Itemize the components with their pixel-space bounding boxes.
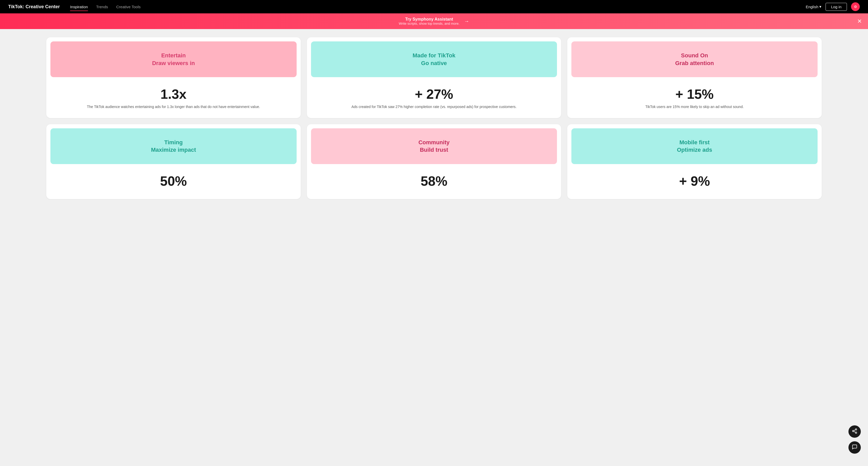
- login-button[interactable]: Log in: [826, 3, 847, 11]
- logo: TikTok: Creative Center: [8, 4, 60, 9]
- card-timing: TimingMaximize impact 50%: [46, 124, 301, 199]
- avatar[interactable]: ⚙: [851, 2, 860, 11]
- card-sound-title: Sound OnGrab attention: [675, 52, 714, 67]
- card-mobile-stat: + 9%: [567, 168, 822, 191]
- card-community-header: CommunityBuild trust: [311, 128, 557, 164]
- logo-rest: : Creative Center: [23, 4, 60, 9]
- svg-line-3: [854, 431, 856, 432]
- main-content: EntertainDraw viewers in 1.3x The TikTok…: [0, 29, 868, 466]
- nav-inspiration[interactable]: Inspiration: [70, 4, 88, 10]
- svg-line-4: [854, 430, 856, 431]
- fab-container: [848, 425, 861, 454]
- gear-icon: ⚙: [854, 5, 857, 9]
- banner-arrow-icon: →: [464, 18, 469, 24]
- chevron-down-icon: ▾: [819, 4, 822, 9]
- card-entertain: EntertainDraw viewers in 1.3x The TikTok…: [46, 37, 301, 118]
- card-community-title: CommunityBuild trust: [418, 138, 450, 154]
- nav-right: English ▾ Log in ⚙: [806, 2, 860, 11]
- promo-banner: Try Symphony Assistant Write scripts, sh…: [0, 13, 868, 29]
- card-sound-stat: + 15%: [567, 81, 822, 104]
- card-timing-stat: 50%: [46, 168, 301, 191]
- card-entertain-header: EntertainDraw viewers in: [51, 41, 297, 77]
- share-button[interactable]: [848, 425, 861, 438]
- card-community: CommunityBuild trust 58%: [307, 124, 561, 199]
- card-mobile-title: Mobile firstOptimize ads: [677, 138, 712, 154]
- card-sound-header: Sound OnGrab attention: [571, 41, 817, 77]
- card-sound: Sound OnGrab attention + 15% TikTok user…: [567, 37, 822, 118]
- card-entertain-desc: The TikTok audience watches entertaining…: [46, 104, 301, 110]
- chat-icon: [852, 444, 858, 451]
- language-selector[interactable]: English ▾: [806, 4, 822, 9]
- banner-subtitle: Write scripts, show top trends, and more…: [399, 22, 460, 26]
- card-community-stat: 58%: [307, 168, 561, 191]
- card-entertain-title: EntertainDraw viewers in: [152, 52, 195, 67]
- card-timing-header: TimingMaximize impact: [51, 128, 297, 164]
- card-native: Made for TikTokGo native + 27% Ads creat…: [307, 37, 561, 118]
- banner-text-block: Try Symphony Assistant Write scripts, sh…: [399, 17, 460, 26]
- banner-title: Try Symphony Assistant: [399, 17, 460, 22]
- card-native-header: Made for TikTokGo native: [311, 41, 557, 77]
- card-native-stat: + 27%: [307, 81, 561, 104]
- language-label: English: [806, 5, 818, 9]
- banner-close-button[interactable]: ✕: [857, 18, 862, 25]
- card-native-title: Made for TikTokGo native: [413, 52, 456, 67]
- navbar: TikTok: Creative Center Inspiration Tren…: [0, 0, 868, 13]
- nav-links: Inspiration Trends Creative Tools: [70, 4, 806, 10]
- nav-trends[interactable]: Trends: [96, 4, 108, 10]
- chat-button[interactable]: [848, 441, 861, 454]
- card-mobile-header: Mobile firstOptimize ads: [571, 128, 817, 164]
- logo-tiktok: TikTok: [8, 4, 23, 9]
- share-icon: [852, 428, 858, 435]
- card-timing-title: TimingMaximize impact: [151, 138, 196, 154]
- card-sound-desc: TikTok users are 15% more likely to skip…: [567, 104, 822, 110]
- nav-creative-tools[interactable]: Creative Tools: [116, 4, 141, 10]
- card-entertain-stat: 1.3x: [46, 81, 301, 104]
- card-native-desc: Ads created for TikTok saw 27% higher co…: [307, 104, 561, 110]
- cards-grid: EntertainDraw viewers in 1.3x The TikTok…: [46, 37, 822, 199]
- card-mobile: Mobile firstOptimize ads + 9%: [567, 124, 822, 199]
- banner-content[interactable]: Try Symphony Assistant Write scripts, sh…: [399, 17, 469, 26]
